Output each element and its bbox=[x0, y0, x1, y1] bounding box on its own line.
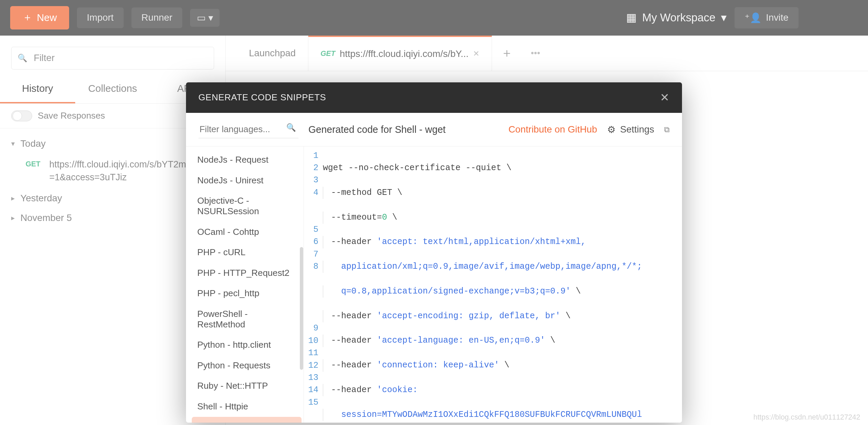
gear-icon: ⚙ bbox=[607, 124, 616, 135]
language-option[interactable]: NodeJs - Unirest bbox=[192, 170, 302, 191]
language-option[interactable]: NodeJs - Request bbox=[192, 150, 302, 170]
language-option[interactable]: Objective-C - NSURLSession bbox=[192, 191, 302, 222]
language-option[interactable]: Shell - wget bbox=[192, 417, 302, 423]
language-option[interactable]: Python - Requests bbox=[192, 355, 302, 376]
code-viewer: 123456789101112131415 wget --no-check-ce… bbox=[304, 146, 682, 423]
modal-title: GENERATE CODE SNIPPETS bbox=[199, 92, 326, 103]
scrollbar[interactable] bbox=[300, 151, 303, 418]
language-option[interactable]: PHP - cURL bbox=[192, 242, 302, 263]
language-option[interactable]: OCaml - Cohttp bbox=[192, 222, 302, 242]
language-option[interactable]: PowerShell - RestMethod bbox=[192, 304, 302, 335]
copy-icon: ⧉ bbox=[664, 125, 669, 134]
copy-button[interactable]: ⧉ bbox=[664, 125, 669, 134]
settings-button[interactable]: ⚙Settings bbox=[607, 124, 654, 135]
watermark: https://blog.csdn.net/u011127242 bbox=[753, 413, 860, 422]
language-option[interactable]: Python - http.client bbox=[192, 335, 302, 356]
code-snippet-modal: GENERATE CODE SNIPPETS ✕ 🔍 Generated cod… bbox=[186, 82, 682, 423]
search-icon: 🔍 bbox=[286, 123, 296, 132]
line-gutter: 123456789101112131415 bbox=[304, 146, 323, 423]
generated-code-label: Generated code for Shell - wget bbox=[308, 124, 446, 135]
close-icon[interactable]: ✕ bbox=[660, 91, 670, 104]
language-option[interactable]: Shell - Httpie bbox=[192, 396, 302, 417]
contribute-link[interactable]: Contribute on GitHub bbox=[509, 124, 597, 135]
language-option[interactable]: Ruby - Net::HTTP bbox=[192, 376, 302, 397]
modal-overlay: GENERATE CODE SNIPPETS ✕ 🔍 Generated cod… bbox=[0, 0, 868, 425]
language-list: NodeJs - RequestNodeJs - UnirestObjectiv… bbox=[186, 146, 304, 423]
language-option[interactable]: PHP - HTTP_Request2 bbox=[192, 263, 302, 283]
language-option[interactable]: PHP - pecl_http bbox=[192, 283, 302, 304]
filter-languages-input[interactable] bbox=[199, 121, 298, 138]
